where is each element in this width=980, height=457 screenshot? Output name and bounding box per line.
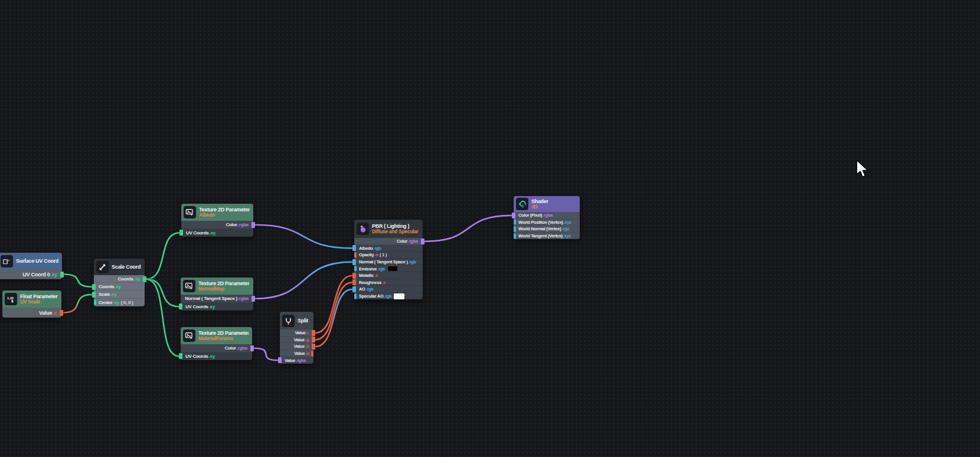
port-suffix: .xyz bbox=[563, 233, 571, 239]
port-label: Coords bbox=[99, 284, 114, 289]
port-uv-input[interactable] bbox=[179, 353, 182, 359]
texture-2d-icon bbox=[184, 206, 196, 218]
input-row-coords: Coords.xy bbox=[94, 283, 145, 290]
port-label: Scale bbox=[99, 292, 110, 297]
color-swatch[interactable] bbox=[387, 266, 398, 272]
svg-text:1.23: 1.23 bbox=[7, 296, 14, 300]
node-texture-normalmap[interactable]: Texture 2D ParameterNormalMapNormal ( Ta… bbox=[181, 278, 253, 311]
node-layer: Surface UV Coord 0UV Coord 0.xy1.23Float… bbox=[0, 0, 980, 457]
node-graph-canvas[interactable]: Surface UV Coord 0UV Coord 0.xy1.23Float… bbox=[0, 0, 980, 457]
node-header[interactable]: Texture 2D ParameterNormalMap bbox=[181, 278, 253, 295]
node-header[interactable]: Scale Coords bbox=[94, 259, 145, 275]
port-normal-input[interactable] bbox=[352, 259, 356, 265]
node-subtitle: MaterialParams bbox=[198, 336, 249, 342]
port-suffix: .x bbox=[382, 280, 386, 285]
input-row-specular-ao: Specular AO.rgb bbox=[354, 293, 423, 300]
port-value-g-output[interactable] bbox=[312, 337, 315, 342]
output-row-normal: Normal ( Tangent Space ).rgba bbox=[181, 295, 253, 303]
node-split[interactable]: SplitValue.rValue.gValue.bValue.aValue.r… bbox=[280, 312, 313, 364]
port-label: Specular AO bbox=[359, 293, 383, 299]
output-row-value-g: Value.g bbox=[280, 337, 313, 344]
output-row-value-r: Value.r bbox=[280, 329, 313, 337]
node-subtitle: 3D bbox=[531, 204, 548, 210]
port-suffix: .a bbox=[305, 351, 309, 356]
node-header[interactable]: Surface UV Coord 0 bbox=[0, 253, 62, 269]
node-pbr-lighting[interactable]: PBR ( Lighting )Diffuse and SpecularColo… bbox=[354, 220, 423, 299]
port-normal-output[interactable] bbox=[251, 296, 255, 302]
node-texture-materialparams[interactable]: Texture 2D ParameterMaterialParamsColor.… bbox=[181, 327, 252, 360]
node-header[interactable]: Texture 2D ParameterAlbedo bbox=[181, 204, 253, 221]
port-value-r-output[interactable] bbox=[312, 330, 315, 336]
port-opacity-input[interactable] bbox=[354, 252, 357, 257]
port-value-a-output[interactable] bbox=[311, 351, 313, 356]
port-color-pixel-input[interactable] bbox=[512, 213, 515, 218]
node-header[interactable]: PBR ( Lighting )Diffuse and Specular bbox=[354, 220, 423, 238]
shader-icon bbox=[516, 198, 528, 210]
port-uv-input[interactable] bbox=[179, 303, 182, 309]
port-suffix: .xy bbox=[50, 272, 57, 278]
port-uv-coord-0-output[interactable] bbox=[60, 272, 64, 278]
input-row-world-tangent: World Tangent (Vertex).xyz bbox=[514, 233, 580, 240]
port-specular-ao-input[interactable] bbox=[354, 293, 357, 299]
node-title: Split bbox=[298, 318, 308, 324]
node-scale-coords[interactable]: Scale CoordsCoords.xyCoords.xyScale.xyCe… bbox=[94, 259, 145, 306]
port-value-output[interactable] bbox=[60, 310, 63, 316]
port-suffix: .rgba bbox=[238, 296, 249, 301]
port-suffix: .rgba bbox=[238, 222, 249, 227]
port-scale-input[interactable] bbox=[92, 292, 96, 298]
input-row-world-position: World Position (Vertex).xyz bbox=[514, 219, 580, 226]
port-coords-input[interactable] bbox=[92, 284, 96, 290]
port-coords-out-output[interactable] bbox=[143, 276, 146, 282]
port-suffix: .xyz bbox=[561, 226, 569, 231]
input-row-ao: AO.rgb bbox=[354, 286, 423, 293]
node-texture-albedo[interactable]: Texture 2D ParameterAlbedoColor.rgbaUV C… bbox=[181, 204, 253, 237]
default-value: ( 1 ) bbox=[380, 252, 387, 257]
port-label: UV Coord 0 bbox=[22, 272, 50, 278]
port-color-output[interactable] bbox=[421, 239, 424, 244]
port-suffix: .xy bbox=[134, 276, 140, 282]
node-header[interactable]: Shader3D bbox=[514, 196, 580, 212]
port-suffix: .r bbox=[306, 330, 309, 335]
port-value-b-output[interactable] bbox=[312, 344, 315, 350]
port-metallic-input[interactable] bbox=[352, 273, 356, 279]
port-world-position-input[interactable] bbox=[514, 220, 516, 225]
node-shader[interactable]: Shader3DColor (Pixel).rgbaWorld Position… bbox=[514, 196, 580, 239]
color-swatch[interactable] bbox=[394, 293, 404, 299]
port-label: Normal ( Tangent Space ) bbox=[359, 259, 408, 265]
node-surface-uv-coord-0[interactable]: Surface UV Coord 0UV Coord 0.xy bbox=[0, 253, 62, 279]
node-title: Scale Coords bbox=[112, 264, 141, 270]
port-label: Value bbox=[294, 351, 305, 356]
port-uv-input[interactable] bbox=[179, 230, 183, 236]
port-color-output[interactable] bbox=[251, 222, 255, 228]
port-center-input[interactable] bbox=[94, 300, 96, 305]
node-float-parameter[interactable]: 1.23Float ParameterUV ScaleValue.x bbox=[2, 290, 61, 318]
node-subtitle: NormalMap bbox=[198, 286, 249, 292]
port-roughness-input[interactable] bbox=[352, 279, 356, 285]
node-header[interactable]: Split bbox=[280, 312, 313, 329]
port-label: Metallic bbox=[359, 273, 374, 278]
port-suffix: .xy bbox=[110, 292, 116, 297]
port-albedo-input[interactable] bbox=[352, 245, 356, 251]
output-row-value-b: Value.b bbox=[280, 343, 313, 350]
port-color-output[interactable] bbox=[250, 345, 254, 351]
input-row-color-pixel: Color (Pixel).rgba bbox=[514, 212, 580, 219]
node-subtitle: Diffuse and Specular bbox=[372, 229, 419, 235]
input-row-center: Center.xy( 0, 0 ) bbox=[94, 299, 145, 306]
port-world-tangent-input[interactable] bbox=[514, 233, 516, 239]
input-row-uv: UV Coords.xy bbox=[181, 229, 253, 237]
node-header[interactable]: 1.23Float ParameterUV Scale bbox=[2, 290, 61, 308]
output-row-uv-coord-0: UV Coord 0.xy bbox=[0, 269, 62, 279]
port-label: Albedo bbox=[359, 246, 373, 251]
node-header[interactable]: Texture 2D ParameterMaterialParams bbox=[181, 327, 252, 344]
port-world-normal-input[interactable] bbox=[514, 226, 516, 231]
texture-2d-icon bbox=[183, 329, 195, 342]
port-emissive-input[interactable] bbox=[354, 266, 357, 272]
input-row-normal: Normal ( Tangent Space ).rgb bbox=[354, 259, 423, 266]
port-suffix: .g bbox=[305, 337, 309, 342]
port-label: Emissive bbox=[359, 266, 377, 272]
port-ao-input[interactable] bbox=[352, 286, 356, 292]
port-value-in-input[interactable] bbox=[278, 357, 282, 363]
input-row-world-normal: World Normal (Vertex).xyz bbox=[514, 226, 580, 233]
default-value: ( 0, 0 ) bbox=[121, 300, 133, 305]
port-label: Value bbox=[294, 337, 305, 342]
